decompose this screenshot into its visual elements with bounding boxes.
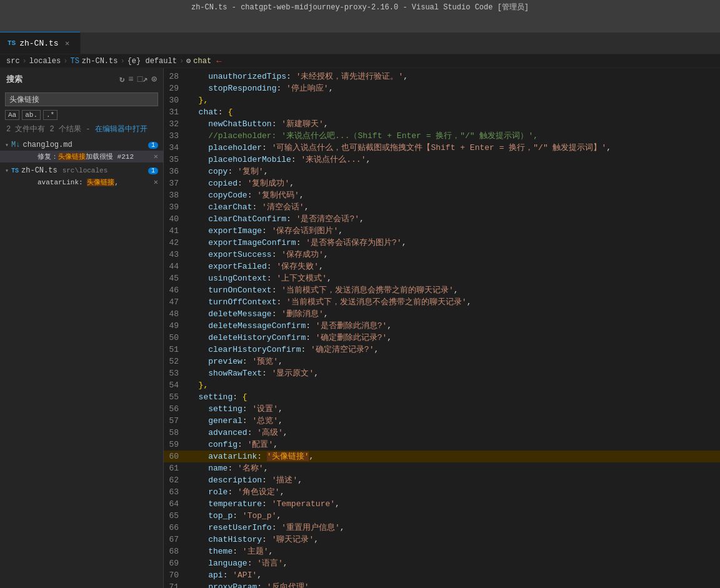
breadcrumb-chat[interactable]: chat — [193, 57, 211, 66]
code-line-30: 30 }, — [164, 94, 720, 106]
match-close-button[interactable]: ✕ — [154, 177, 158, 187]
line-content: description: '描述', — [189, 474, 715, 486]
code-line-36: 36 copy: '复制', — [164, 166, 720, 177]
line-content: deleteHistoryConfirm: '确定删除此记录?', — [189, 332, 715, 344]
line-number: 65 — [164, 510, 189, 522]
sidebar-header: 搜索 ↻ ≡ □↗ ⊙ — [0, 68, 163, 90]
title-bar: zh-CN.ts - chatgpt-web-midjourney-proxy-… — [0, 0, 720, 14]
line-number: 43 — [164, 249, 189, 261]
code-line-32: 32 newChatButton: '新建聊天', — [164, 118, 720, 130]
code-line-64: 64 temperature: 'Temperature', — [164, 498, 720, 510]
line-number: 69 — [164, 557, 189, 569]
code-line-58: 58 advanced: '高级', — [164, 427, 720, 439]
line-content: general: '总览', — [189, 415, 715, 427]
line-content: clearHistoryConfirm: '确定清空记录?', — [189, 344, 715, 356]
file-group-changlog-header[interactable]: ▾ M↓ changlog.md 1 — [0, 139, 163, 151]
file-group-zhcn-header[interactable]: ▾ TS zh-CN.ts src\locales 1 — [0, 165, 163, 176]
main-layout: 搜索 ↻ ≡ □↗ ⊙ Aa ab. .* 2 文件中有 2 个结果 - 在编辑… — [0, 68, 720, 588]
line-number: 64 — [164, 498, 189, 510]
clear-icon[interactable]: ⊙ — [152, 74, 157, 84]
breadcrumb-src[interactable]: src — [6, 57, 20, 66]
tab-close-button[interactable]: ✕ — [62, 38, 72, 48]
new-file-icon[interactable]: □↗ — [138, 74, 148, 84]
editor: 28 unauthorizedTips: '未经授权，请先进行验证。',29 s… — [164, 68, 720, 588]
line-content: chat: { — [189, 106, 715, 118]
code-line-42: 42 exportImageConfirm: '是否将会话保存为图片?', — [164, 237, 720, 249]
line-content: unauthorizedTips: '未经授权，请先进行验证。', — [189, 71, 715, 82]
line-content: stopResponding: '停止响应', — [189, 82, 715, 94]
code-line-54: 54 }, — [164, 379, 720, 391]
code-area[interactable]: 28 unauthorizedTips: '未经授权，请先进行验证。',29 s… — [164, 68, 720, 588]
search-options: Aa ab. .* — [0, 109, 163, 121]
results-text: 2 文件中有 2 个结果 — [6, 125, 81, 134]
match-close-button[interactable]: ✕ — [154, 152, 158, 161]
line-number: 58 — [164, 427, 189, 439]
file-group-changlog: ▾ M↓ changlog.md 1 修复：头像链接加载很慢 #212 ✕ — [0, 139, 163, 162]
line-number: 63 — [164, 486, 189, 498]
line-number: 38 — [164, 189, 189, 201]
line-content: temperature: 'Temperature', — [189, 498, 715, 510]
breadcrumb-file[interactable]: zh-CN.ts — [82, 57, 118, 66]
line-content: language: '语言', — [189, 557, 715, 569]
line-number: 33 — [164, 130, 189, 142]
line-content: advanced: '高级', — [189, 427, 715, 439]
code-line-70: 70 api: 'API', — [164, 569, 720, 581]
code-line-62: 62 description: '描述', — [164, 474, 720, 486]
md-icon: M↓ — [11, 141, 20, 149]
open-in-editor-link[interactable]: 在编辑器中打开 — [95, 125, 148, 134]
code-line-28: 28 unauthorizedTips: '未经授权，请先进行验证。', — [164, 71, 720, 82]
code-line-48: 48 deleteMessage: '删除消息', — [164, 308, 720, 320]
line-number: 56 — [164, 403, 189, 415]
breadcrumb-default[interactable]: {e} default — [128, 57, 177, 66]
whole-word-button[interactable]: ab. — [22, 110, 41, 120]
line-number: 55 — [164, 391, 189, 403]
changlog-match-line[interactable]: 修复：头像链接加载很慢 #212 ✕ — [0, 151, 163, 162]
line-number: 66 — [164, 522, 189, 534]
regex-button[interactable]: .* — [43, 110, 58, 120]
changlog-badge: 1 — [148, 142, 158, 149]
line-number: 32 — [164, 118, 189, 130]
line-content: preview: '预览', — [189, 356, 715, 367]
line-content: api: 'API', — [189, 569, 715, 581]
code-line-52: 52 preview: '预览', — [164, 356, 720, 367]
line-content: }, — [189, 379, 715, 391]
tab-zh-cn-ts[interactable]: TS zh-CN.ts ✕ — [0, 32, 81, 54]
collapse-icon[interactable]: ≡ — [128, 74, 133, 84]
tab-label: zh-CN.ts — [19, 39, 58, 48]
code-line-51: 51 clearHistoryConfirm: '确定清空记录?', — [164, 344, 720, 356]
line-number: 39 — [164, 201, 189, 213]
breadcrumb: src › locales › TS zh-CN.ts › {e} defaul… — [0, 54, 720, 68]
match-content: 修复：头像链接加载很慢 #212 — [38, 152, 134, 161]
line-number: 36 — [164, 166, 189, 177]
chevron-icon: ▾ — [5, 167, 9, 174]
refresh-icon[interactable]: ↻ — [119, 74, 124, 84]
line-content: config: '配置', — [189, 439, 715, 451]
file-group-zhcn: ▾ TS zh-CN.ts src\locales 1 avatarLink: … — [0, 165, 163, 188]
zhcn-match-line[interactable]: avatarLink: 头像链接, ✕ — [0, 176, 163, 188]
breadcrumb-locales[interactable]: locales — [29, 57, 61, 66]
line-content: exportSuccess: '保存成功', — [189, 249, 715, 261]
line-content: top_p: 'Top_p', — [189, 510, 715, 522]
line-number: 28 — [164, 71, 189, 82]
line-content: clearChat: '清空会话', — [189, 201, 715, 213]
code-line-47: 47 turnOffContext: '当前模式下，发送消息不会携带之前的聊天记… — [164, 296, 720, 308]
line-number: 54 — [164, 379, 189, 391]
code-line-49: 49 deleteMessageConfirm: '是否删除此消息?', — [164, 320, 720, 332]
line-number: 68 — [164, 546, 189, 557]
line-content: theme: '主题', — [189, 546, 715, 557]
line-content: turnOnContext: '当前模式下，发送消息会携带之前的聊天记录', — [189, 284, 715, 296]
line-content: role: '角色设定', — [189, 486, 715, 498]
breadcrumb-arrow: ← — [216, 56, 221, 66]
line-content: clearChatConfirm: '是否清空会话?', — [189, 213, 715, 225]
zhcn-filename: zh-CN.ts — [21, 166, 58, 175]
sidebar-title: 搜索 — [6, 74, 22, 85]
case-sensitive-button[interactable]: Aa — [5, 110, 19, 120]
line-content: setting: '设置', — [189, 403, 715, 415]
code-line-37: 37 copied: '复制成功', — [164, 177, 720, 189]
code-line-46: 46 turnOnContext: '当前模式下，发送消息会携带之前的聊天记录'… — [164, 284, 720, 296]
line-number: 30 — [164, 94, 189, 106]
line-content: exportFailed: '保存失败', — [189, 261, 715, 272]
code-line-40: 40 clearChatConfirm: '是否清空会话?', — [164, 213, 720, 225]
line-number: 62 — [164, 474, 189, 486]
search-input[interactable] — [5, 92, 158, 106]
